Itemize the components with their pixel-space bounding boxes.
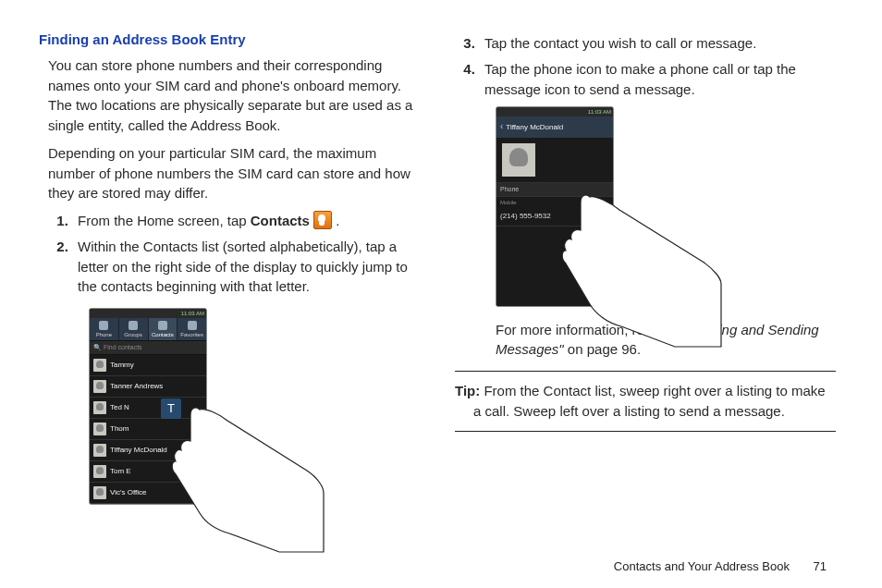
call-icon: 📞 bbox=[581, 211, 594, 222]
footer-page-number: 71 bbox=[814, 559, 827, 573]
phone-blank-area bbox=[496, 227, 613, 306]
reference-paragraph: For more information, refer to "Creating… bbox=[496, 320, 836, 361]
tab-groups: Groups bbox=[119, 318, 149, 340]
footer-chapter: Contacts and Your Address Book bbox=[614, 559, 790, 573]
steps-list-right: Tap the contact you wish to call or mess… bbox=[455, 33, 836, 99]
avatar-icon bbox=[93, 423, 106, 435]
tip-text: From the Contact list, sweep right over … bbox=[473, 383, 826, 419]
phone-mock-1: 11:03 AM Phone Groups Contacts Favorites… bbox=[89, 308, 207, 505]
status-bar: 11:03 AM bbox=[496, 107, 613, 116]
detail-header: ‹ Tiffany McDonald bbox=[496, 116, 613, 138]
list-item: Vic's Office bbox=[90, 483, 206, 504]
step-3: Tap the contact you wish to call or mess… bbox=[479, 33, 836, 54]
step-4: Tap the phone icon to make a phone call … bbox=[479, 59, 836, 100]
avatar-icon bbox=[93, 359, 106, 372]
alpha-jump-popup: T bbox=[161, 398, 181, 419]
tab-favorites: Favorites bbox=[178, 318, 206, 340]
list-item: Tammy bbox=[90, 355, 206, 376]
step-2: Within the Contacts list (sorted alphabe… bbox=[72, 237, 420, 297]
ref-text-c: on page 96. bbox=[564, 341, 641, 357]
tab-phone: Phone bbox=[90, 318, 119, 340]
message-icon: ✉ bbox=[596, 211, 609, 222]
list-item: Tanner Andrews bbox=[90, 376, 206, 398]
search-field: 🔍 Find contacts bbox=[90, 341, 206, 355]
contact-detail-screenshot: 11:03 AM ‹ Tiffany McDonald Phone Mobile… bbox=[496, 106, 836, 306]
tab-contacts: Contacts bbox=[149, 318, 178, 340]
back-chevron-icon: ‹ bbox=[500, 120, 503, 134]
section-heading: Finding an Address Book Entry bbox=[39, 30, 420, 50]
avatar-icon bbox=[93, 380, 106, 393]
avatar-icon bbox=[93, 486, 106, 499]
ref-text-a: For more information, refer to bbox=[496, 322, 680, 337]
avatar-large-icon bbox=[502, 143, 535, 177]
page-footer: Contacts and Your Address Book 71 bbox=[614, 559, 827, 573]
intro-paragraph-2: Depending on your particular SIM card, t… bbox=[48, 143, 420, 203]
step-1: From the Home screen, tap Contacts . bbox=[72, 211, 420, 231]
contacts-app-icon bbox=[313, 211, 332, 229]
intro-paragraph-1: You can store phone numbers and their co… bbox=[48, 55, 420, 136]
right-column: Tap the contact you wish to call or mess… bbox=[455, 30, 836, 588]
avatar-icon bbox=[93, 444, 106, 457]
tip-block: Tip: From the Contact list, sweep right … bbox=[455, 371, 836, 432]
steps-list-left: From the Home screen, tap Contacts . Wit… bbox=[48, 211, 420, 297]
step-1-text-c: . bbox=[332, 213, 339, 228]
phone-number: (214) 555-9532 bbox=[500, 211, 578, 222]
phone-section-label: Phone bbox=[496, 182, 613, 197]
left-column: Finding an Address Book Entry You can st… bbox=[39, 30, 420, 588]
list-item: Thom bbox=[90, 419, 206, 440]
contact-name: Tiffany McDonald bbox=[506, 122, 563, 133]
step-1-text-a: From the Home screen, tap bbox=[78, 213, 251, 228]
list-item: Tom E bbox=[90, 461, 206, 483]
phone-number-row: (214) 555-9532 📞 ✉ bbox=[496, 207, 613, 227]
number-type-label: Mobile bbox=[496, 197, 613, 207]
list-item: Tiffany McDonald bbox=[90, 440, 206, 461]
avatar-icon bbox=[93, 401, 106, 414]
step-1-contacts-word: Contacts bbox=[251, 213, 310, 228]
phone-mock-2: 11:03 AM ‹ Tiffany McDonald Phone Mobile… bbox=[496, 106, 614, 306]
phone-tabs: Phone Groups Contacts Favorites bbox=[90, 318, 206, 341]
tip-label: Tip: bbox=[455, 383, 480, 398]
contacts-list-screenshot: 11:03 AM Phone Groups Contacts Favorites… bbox=[89, 308, 420, 505]
avatar-icon bbox=[93, 465, 106, 478]
status-bar: 11:03 AM bbox=[90, 309, 206, 318]
list-item: Ted N bbox=[90, 398, 206, 419]
